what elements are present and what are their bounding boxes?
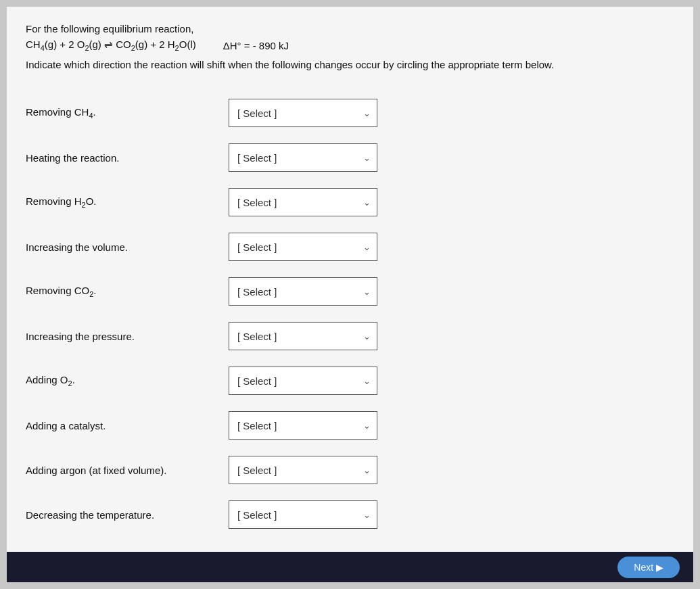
select-6[interactable]: [ Select ] Left Right No Shift xyxy=(229,322,377,350)
select-wrapper-3: [ Select ] Left Right No Shift ⌄ xyxy=(229,188,377,216)
question-row: Removing H2O. [ Select ] Left Right No S… xyxy=(26,180,674,225)
question-row: Increasing the volume. [ Select ] Left R… xyxy=(26,225,674,269)
select-wrapper-9: [ Select ] Left Right No Shift ⌄ xyxy=(229,456,377,484)
page-container: For the following equilibrium reaction, … xyxy=(7,7,693,582)
select-wrapper-4: [ Select ] Left Right No Shift ⌄ xyxy=(229,233,377,261)
select-wrapper-10: [ Select ] Left Right No Shift ⌄ xyxy=(229,500,377,529)
instruction-text: Indicate which direction the reaction wi… xyxy=(26,57,674,72)
select-8[interactable]: [ Select ] Left Right No Shift xyxy=(229,411,377,440)
equation-line: CH4(g) + 2 O2(g) ⇌ CO2(g) + 2 H2O(l) ΔH°… xyxy=(26,39,674,52)
select-1[interactable]: [ Select ] Left Right No Shift xyxy=(229,99,377,127)
question-row: Heating the reaction. [ Select ] Left Ri… xyxy=(26,135,674,180)
question-label-1: Removing CH4. xyxy=(26,106,229,120)
question-label-7: Adding O2. xyxy=(26,374,229,387)
select-7[interactable]: [ Select ] Left Right No Shift xyxy=(229,367,377,395)
select-wrapper-5: [ Select ] Left Right No Shift ⌄ xyxy=(229,277,377,306)
questions-grid: Removing CH4. [ Select ] Left Right No S… xyxy=(26,91,674,537)
select-wrapper-6: [ Select ] Left Right No Shift ⌄ xyxy=(229,322,377,350)
select-wrapper-7: [ Select ] Left Right No Shift ⌄ xyxy=(229,367,377,395)
select-9[interactable]: [ Select ] Left Right No Shift xyxy=(229,456,377,484)
question-row: Removing CH4. [ Select ] Left Right No S… xyxy=(26,91,674,135)
select-3[interactable]: [ Select ] Left Right No Shift xyxy=(229,188,377,216)
intro-text: For the following equilibrium reaction, xyxy=(26,23,674,34)
question-row: Adding a catalyst. [ Select ] Left Right… xyxy=(26,403,674,448)
select-wrapper-2: [ Select ] Left Right No Shift ⌄ xyxy=(229,143,377,172)
question-row: Adding O2. [ Select ] Left Right No Shif… xyxy=(26,358,674,403)
select-5[interactable]: [ Select ] Left Right No Shift xyxy=(229,277,377,306)
select-10[interactable]: [ Select ] Left Right No Shift xyxy=(229,500,377,529)
bottom-bar: Next ▶ xyxy=(7,552,693,582)
next-button[interactable]: Next ▶ xyxy=(617,557,680,578)
question-row: Increasing the pressure. [ Select ] Left… xyxy=(26,314,674,358)
question-label-3: Removing H2O. xyxy=(26,195,229,209)
question-label-8: Adding a catalyst. xyxy=(26,420,229,431)
select-2[interactable]: [ Select ] Left Right No Shift xyxy=(229,143,377,172)
question-label-6: Increasing the pressure. xyxy=(26,331,229,342)
delta-h-text: ΔH° = - 890 kJ xyxy=(223,40,289,51)
question-label-5: Removing CO2. xyxy=(26,285,229,298)
question-row: Adding argon (at fixed volume). [ Select… xyxy=(26,448,674,492)
question-label-10: Decreasing the temperature. xyxy=(26,509,229,521)
select-4[interactable]: [ Select ] Left Right No Shift xyxy=(229,233,377,261)
select-wrapper-1: [ Select ] Left Right No Shift ⌄ xyxy=(229,99,377,127)
question-row: Decreasing the temperature. [ Select ] L… xyxy=(26,492,674,537)
question-label-4: Increasing the volume. xyxy=(26,241,229,253)
select-wrapper-8: [ Select ] Left Right No Shift ⌄ xyxy=(229,411,377,440)
equation-text: CH4(g) + 2 O2(g) ⇌ CO2(g) + 2 H2O(l) xyxy=(26,39,196,52)
question-label-9: Adding argon (at fixed volume). xyxy=(26,465,229,476)
question-label-2: Heating the reaction. xyxy=(26,152,229,164)
question-row: Removing CO2. [ Select ] Left Right No S… xyxy=(26,269,674,314)
